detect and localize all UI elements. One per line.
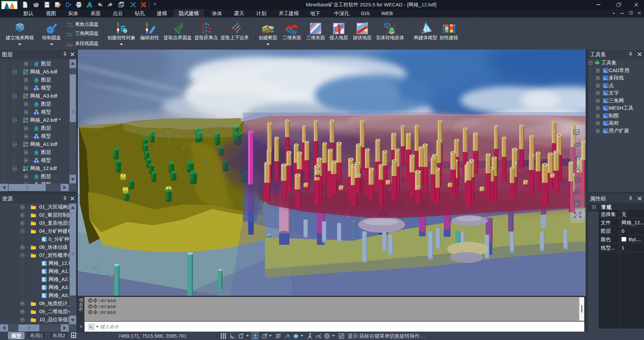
svg-text:X: X	[112, 273, 115, 278]
svg-text:Z: Z	[98, 258, 100, 263]
svg-text:Y: Y	[93, 266, 96, 271]
